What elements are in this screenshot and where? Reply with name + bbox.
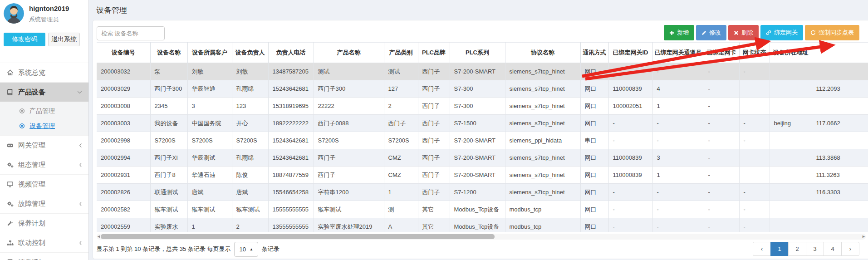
table-cell: 猴车测试	[232, 201, 268, 218]
table-cell: 串口	[580, 132, 608, 149]
column-header[interactable]: 网卡状态	[739, 43, 770, 63]
table-row[interactable]: 200002559实验废水1213555555555实验室废水处理2019A其它…	[97, 218, 868, 232]
sidebar-item-gateway-management[interactable]: 网关管理	[0, 135, 88, 155]
table-cell: S7-200-SMART	[450, 132, 505, 149]
bind-gateway-button[interactable]: 绑定网关	[760, 25, 803, 40]
table-cell: S7-300	[450, 80, 505, 98]
sidebar-item-product-management[interactable]: 产品管理	[0, 103, 88, 118]
table-cell: 网口	[580, 201, 608, 218]
table-row[interactable]: 200002994西门子XI华辰测试孔雨绵15243642681西门子CMZ西门…	[97, 149, 868, 167]
table-cell: 刘敏	[187, 63, 232, 80]
column-header[interactable]: PLC系列	[450, 43, 505, 63]
page-prev-button[interactable]: ‹	[753, 242, 771, 256]
page-size-select[interactable]: 10 ▲	[234, 242, 258, 257]
panel-footer: 显示第 1 到第 10 条记录，总共 35 条记录 每页显示 10 ▲ 条记录 …	[97, 241, 859, 257]
table-cell: S7200S	[150, 132, 187, 149]
table-cell: 2	[384, 98, 418, 115]
page-button-3[interactable]: 3	[806, 242, 824, 256]
column-header[interactable]	[812, 43, 868, 63]
home-icon	[6, 69, 14, 76]
table-cell	[770, 184, 812, 201]
sidebar-item-message-notice[interactable]: 消息通知	[0, 252, 88, 260]
table-cell: 4	[652, 80, 704, 98]
table-cell: 200002994	[97, 149, 150, 167]
sidebar-item-fault-management[interactable]: 故障管理	[0, 194, 88, 213]
table-cell: siemens_s7tcp_hinet	[505, 115, 580, 132]
logout-button[interactable]: 退出系统	[48, 33, 80, 46]
sidebar-item-product-device[interactable]: 产品设备	[0, 82, 88, 102]
page-next-button[interactable]: ›	[841, 242, 859, 256]
page-button-2[interactable]: 2	[788, 242, 806, 256]
scroll-left-arrow[interactable]: ◄	[97, 234, 101, 240]
table-cell: 13487587205	[268, 63, 314, 80]
column-header[interactable]: PLC品牌	[418, 43, 450, 63]
table-cell: 测	[384, 201, 418, 218]
table-cell: 15243642681	[268, 149, 314, 167]
table-row[interactable]: 2000030082345312315318919695222222西门子S7-…	[97, 98, 868, 115]
column-header[interactable]: 产品名称	[314, 43, 384, 63]
sidebar-item-linkage-control[interactable]: 联动控制	[0, 233, 88, 252]
table-cell: 西门子	[418, 167, 450, 184]
table-cell: -	[608, 63, 652, 80]
add-button[interactable]: 新增	[664, 25, 694, 40]
column-header[interactable]: 设备名称	[150, 43, 187, 63]
table-cell: 13555555555	[268, 218, 314, 232]
sidebar-item-system-overview[interactable]: 系统总览	[0, 63, 88, 82]
table-cell: 1	[187, 218, 232, 232]
page-button-1[interactable]: 1	[770, 242, 789, 256]
table-cell: 111.3263	[812, 167, 868, 184]
table-row[interactable]: 200002998S7200SS7200SS7200S15243642681S7…	[97, 132, 868, 149]
table-cell: 100002051	[608, 98, 652, 115]
table-cell: 猴车测试	[150, 201, 187, 218]
scrollbar-thumb[interactable]	[101, 234, 495, 239]
table-row[interactable]: 200002826联通测试唐斌唐斌15546654258字符串12001西门子S…	[97, 184, 868, 201]
column-header[interactable]: 已绑定网关ID	[608, 43, 652, 63]
sidebar-item-device-management[interactable]: 设备管理	[0, 118, 88, 133]
table-cell: -	[608, 218, 652, 232]
change-password-button[interactable]: 修改密码	[4, 33, 45, 46]
table-cell: 实验废水	[150, 218, 187, 232]
column-header[interactable]: 通讯方式	[580, 43, 608, 63]
table-cell: 200002582	[97, 201, 150, 218]
table-cell: 网口	[580, 63, 608, 80]
table-row[interactable]: 200002931西门子8华通石油陈俊18874877559西门子CMZ西门子S…	[97, 167, 868, 184]
column-header[interactable]: 设备所属客户	[187, 43, 232, 63]
edit-button[interactable]: 修改	[696, 25, 726, 40]
dot-circle-icon	[18, 108, 25, 114]
scroll-right-arrow[interactable]: ►	[862, 234, 866, 240]
table-cell	[770, 80, 812, 98]
search-input[interactable]	[97, 26, 165, 40]
table-cell: 15555555555	[268, 201, 314, 218]
table-row[interactable]: 200003003我的设备中国国务院开心18922222222西门子0088西门…	[97, 115, 868, 132]
horizontal-scrollbar[interactable]: ◄ ►	[97, 234, 866, 240]
column-header[interactable]: 协议名称	[505, 43, 580, 63]
force-sync-button[interactable]: 强制同步点表	[805, 25, 859, 40]
sidebar-item-maintenance-plan[interactable]: 保养计划	[0, 213, 88, 233]
delete-button[interactable]: 删除	[728, 25, 759, 40]
sidebar-item-hmi-management[interactable]: 组态管理	[0, 155, 88, 174]
table-cell: -	[704, 132, 739, 149]
column-header[interactable]: 设备编号	[97, 43, 150, 63]
column-header[interactable]: 设备所在地址	[770, 43, 812, 63]
column-header[interactable]: 已绑定网卡	[704, 43, 739, 63]
table-cell: CMZ	[384, 167, 418, 184]
table-row[interactable]: 200002582猴车测试猴车测试猴车测试15555555555猴车测试测其它M…	[97, 201, 868, 218]
table-row[interactable]: 200003032泵刘敏刘敏13487587205测试测试西门子S7-200-S…	[97, 63, 868, 80]
table-cell: 200002826	[97, 184, 150, 201]
sidebar-item-video-management[interactable]: 视频管理	[0, 174, 88, 194]
column-header[interactable]: 设备负责人	[232, 43, 268, 63]
table-cell: 字符串1200	[314, 184, 384, 201]
page-button-4[interactable]: 4	[824, 242, 842, 256]
book-icon	[6, 89, 14, 95]
table-cell: S7200S	[187, 132, 232, 149]
column-header[interactable]: 负责人电话	[268, 43, 314, 63]
table-cell: 实验室废水处理2019	[314, 218, 384, 232]
column-header[interactable]: 产品类别	[384, 43, 418, 63]
table-row[interactable]: 200003029西门子300华辰智通孔雨绵15243642681西门子3001…	[97, 80, 868, 98]
button-label: 修改	[709, 29, 721, 37]
column-header[interactable]: 已绑定网关通道号	[652, 43, 704, 63]
table-cell: 113.3868	[812, 149, 868, 167]
gears-icon	[6, 162, 14, 168]
table-cell: 110000839	[608, 167, 652, 184]
main-content: 设备管理 新增修改删除绑定网关强制同步点表 设备编号设备名称设备所属客户设备负责…	[89, 0, 868, 260]
